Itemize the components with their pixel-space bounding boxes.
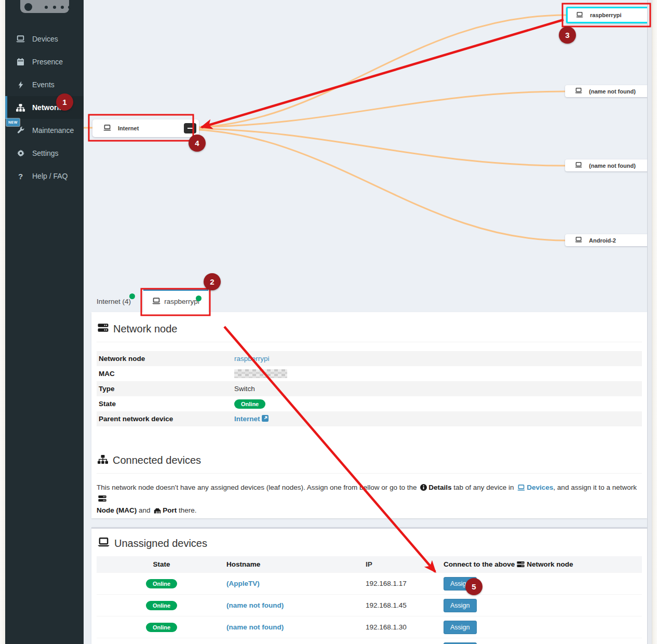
- status-badge: Online: [146, 579, 177, 588]
- node-name-link[interactable]: raspberrypi: [234, 355, 270, 363]
- tab-internet[interactable]: Internet (4): [92, 291, 131, 312]
- node-label: Internet: [118, 125, 139, 131]
- port-ref: Port: [163, 506, 177, 514]
- node-label: Android-2: [589, 237, 616, 244]
- unassigned-devices-title: Unassigned devices: [98, 538, 642, 549]
- redacted-mac-value: [234, 369, 287, 378]
- node-label: (name not found): [589, 88, 636, 95]
- table-row: MAC: [97, 366, 642, 381]
- parent-device-link[interactable]: Internet: [234, 415, 260, 423]
- laptop-icon: [152, 298, 160, 306]
- table-row: Online (AppleTV) 192.168.1.17 Assign: [97, 572, 642, 594]
- tab-raspberrypi[interactable]: raspberrypi: [143, 289, 208, 312]
- network-node-title: Network node: [98, 323, 642, 335]
- annotation-step-1: 1: [56, 93, 73, 111]
- topology-node-unnamed-1[interactable]: (name not found): [565, 85, 657, 97]
- hostname-link[interactable]: (name not found): [226, 601, 284, 609]
- row-label: Network node: [99, 355, 234, 363]
- assign-button[interactable]: Assign: [444, 599, 477, 612]
- table-header-row: State Hostname IP Connect to the above N…: [97, 556, 642, 572]
- divider: [97, 473, 642, 474]
- annotation-step-4: 4: [189, 135, 206, 152]
- assign-button[interactable]: Assign: [444, 642, 477, 644]
- row-label: Parent network device: [99, 415, 234, 423]
- new-badge: NEW: [6, 118, 20, 126]
- tab-label: raspberrypi: [164, 298, 199, 305]
- topology-node-internet[interactable]: Internet: [92, 119, 199, 137]
- section-title-text: Unassigned devices: [114, 538, 207, 549]
- annotation-step-2: 2: [204, 273, 221, 290]
- table-row: Parent network device Internet: [97, 411, 642, 426]
- no-assigned-devices-text: This network node doesn't have any assig…: [97, 482, 638, 517]
- laptop-icon: [103, 125, 111, 132]
- ethernet-port-icon: [154, 507, 161, 515]
- topology-node-unnamed-2[interactable]: (name not found): [565, 159, 657, 171]
- header-connect: Connect to the above Network node: [436, 560, 642, 568]
- details-tab-ref: Details: [428, 484, 451, 491]
- node-label: raspberrypi: [590, 12, 622, 18]
- table-row: Online (name not found) 192.168.1.45 Ass…: [97, 594, 642, 616]
- node-label: (name not found): [589, 163, 636, 169]
- topology-node-raspberrypi[interactable]: raspberrypi: [566, 7, 655, 23]
- info-circle-icon: [420, 485, 427, 492]
- row-label: MAC: [99, 370, 234, 378]
- ip-value: 192.168.1.45: [366, 601, 436, 609]
- server-icon: [517, 561, 525, 568]
- laptop-icon: [517, 485, 525, 492]
- server-icon: [98, 323, 109, 335]
- laptop-icon: [575, 237, 582, 244]
- network-node-panel: Network node Network node raspberrypi MA…: [91, 312, 647, 518]
- network-page: Devices Presence Events Network: [0, 0, 657, 644]
- laptop-icon: [98, 538, 110, 549]
- laptop-icon: [575, 88, 582, 95]
- section-title-text: Network node: [113, 323, 177, 335]
- server-icon: [98, 496, 106, 504]
- header-hostname: Hostname: [226, 560, 366, 568]
- status-badge: Online: [234, 399, 265, 409]
- table-row: Network node raspberrypi: [97, 351, 642, 366]
- header-ip: IP: [366, 560, 436, 568]
- assign-button[interactable]: Assign: [444, 621, 477, 634]
- annotation-step-3: 3: [559, 26, 576, 44]
- collapse-node-button[interactable]: [184, 123, 196, 133]
- unassigned-devices-table: State Hostname IP Connect to the above N…: [97, 556, 642, 644]
- page-edge-right: [652, 0, 657, 644]
- sitemap-icon: [98, 454, 108, 466]
- table-row: State Online: [97, 396, 642, 411]
- type-value: Switch: [234, 385, 255, 393]
- header-state: State: [97, 560, 226, 568]
- table-row: Type Switch: [97, 381, 642, 396]
- annotation-step-5: 5: [465, 578, 482, 595]
- unassigned-devices-panel: Unassigned devices State Hostname IP Con…: [91, 527, 647, 644]
- connected-devices-title: Connected devices: [98, 454, 642, 466]
- divider: [97, 342, 642, 342]
- online-dot: [196, 296, 202, 301]
- ip-value: 192.168.1.17: [366, 580, 436, 587]
- devices-link[interactable]: Devices: [527, 484, 553, 491]
- status-badge: Online: [146, 623, 177, 632]
- row-label: State: [99, 400, 234, 408]
- laptop-icon: [576, 12, 583, 19]
- topology-node-android2[interactable]: Android-2: [565, 234, 657, 246]
- online-dot: [129, 293, 135, 299]
- table-row: Online (name not found) 192.168.1.30 Ass…: [97, 616, 642, 638]
- table-row: Online (name not found) 192.168.1.57 Ass…: [97, 638, 642, 644]
- tab-label: Internet (4): [97, 298, 131, 305]
- hostname-link[interactable]: (AppleTV): [226, 580, 260, 587]
- section-title-text: Connected devices: [113, 454, 201, 466]
- row-label: Type: [99, 385, 234, 393]
- node-details-table: Network node raspberrypi MAC Type Switch…: [97, 351, 642, 426]
- laptop-icon: [575, 162, 582, 169]
- ip-value: 192.168.1.30: [366, 623, 436, 631]
- status-badge: Online: [146, 601, 177, 610]
- hostname-link[interactable]: (name not found): [226, 623, 284, 631]
- external-link-icon[interactable]: [262, 415, 269, 423]
- node-mac-ref: Node (MAC): [97, 506, 137, 514]
